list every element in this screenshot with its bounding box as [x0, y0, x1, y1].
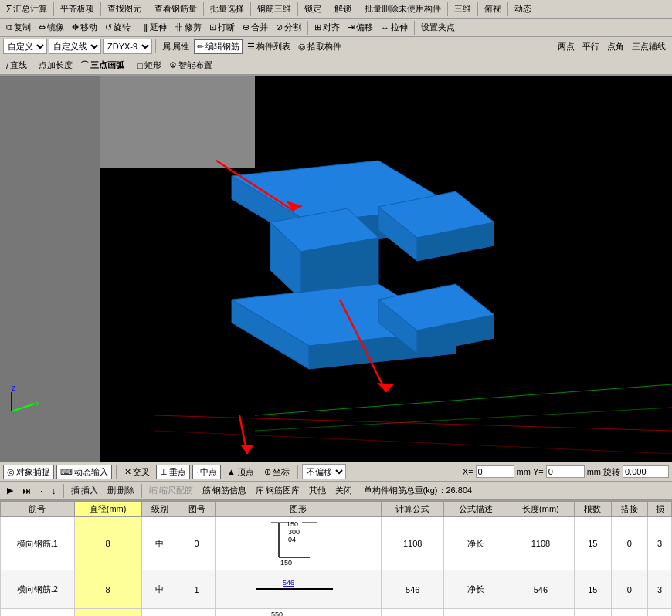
cell-grade: 中 — [141, 517, 178, 570]
btn-dynamic-input[interactable]: ⌨ 动态输入 — [56, 465, 112, 479]
btn-three-point[interactable]: 三点辅线 — [629, 39, 669, 54]
btn-rebar-library[interactable]: 库 钢筋图库 — [252, 483, 304, 498]
table-row[interactable]: 横向钢筋.1 8 中 0 150 — [1, 517, 672, 570]
btn-object-snap[interactable]: ◎ 对象捕捉 — [3, 465, 54, 479]
y-coord-input[interactable] — [546, 465, 585, 478]
table-header-row: 筋号 直径(mm) 级别 图号 图形 计算公式 公式描述 长度(mm) 根数 搭… — [1, 502, 672, 517]
btn-smart-place[interactable]: ⚙ 智能布置 — [166, 58, 216, 73]
btn-lock[interactable]: 锁定 — [301, 2, 324, 16]
table-row[interactable]: 横向钢筋.3 8 中 0 550 00 46 — [1, 609, 672, 617]
rotate-input[interactable] — [623, 465, 669, 478]
btn-delete[interactable]: 删 删除 — [104, 483, 138, 498]
btn-next[interactable]: ⏭ — [19, 485, 35, 497]
btn-rotate[interactable]: ↺ 旋转 — [102, 20, 134, 35]
btn-three-arc[interactable]: ⌒ 三点画弧 — [77, 58, 127, 73]
btn-move[interactable]: ✥ 移动 — [69, 20, 100, 35]
separator — [63, 484, 64, 498]
btn-break[interactable]: ⊡ 打断 — [206, 20, 238, 35]
btn-top-view[interactable]: 俯视 — [481, 2, 504, 16]
btn-view-rebar[interactable]: 查看钢筋量 — [151, 2, 200, 16]
cell-shape-num: 0 — [178, 517, 216, 570]
btn-set-grip[interactable]: 设置夹点 — [418, 20, 458, 35]
3d-viewport[interactable]: X Z — [0, 76, 672, 462]
btn-component-list[interactable]: ☰ 构件列表 — [244, 39, 294, 54]
btn-summary[interactable]: Σ汇总计算 — [3, 2, 50, 16]
btn-point-length[interactable]: · 点加长度 — [32, 58, 76, 73]
btn-edit-rebar[interactable]: ✏ 编辑钢筋 — [194, 39, 243, 54]
cell-count: 15 — [574, 517, 611, 570]
btn-parallel[interactable]: 平行 — [579, 39, 602, 54]
svg-text:Z: Z — [12, 384, 16, 392]
btn-offset[interactable]: ⇥ 偏移 — [344, 20, 376, 35]
btn-align[interactable]: ⊞ 对齐 — [311, 20, 343, 35]
btn-extend[interactable]: ‖ 延伸 — [141, 20, 170, 35]
btn-split[interactable]: ⊘ 分割 — [273, 20, 304, 35]
btn-vertex[interactable]: ▲ 顶点 — [223, 465, 258, 479]
btn-level-board[interactable]: 平齐板项 — [57, 2, 97, 16]
btn-merge[interactable]: ⊕ 合并 — [239, 20, 271, 35]
btn-line[interactable]: / 直线 — [3, 58, 30, 73]
btn-down[interactable]: ↓ — [48, 485, 60, 497]
btn-batch-delete[interactable]: 批量删除未使用构件 — [361, 2, 444, 16]
cell-loss: 3 — [648, 570, 672, 609]
btn-find-element[interactable]: 查找图元 — [104, 2, 144, 16]
separator — [137, 21, 137, 35]
cell-desc: 净长 — [444, 609, 507, 617]
cell-shape: 546 — [215, 570, 381, 609]
btn-two-point[interactable]: 两点 — [555, 39, 578, 54]
table-row[interactable]: 横向钢筋.2 8 中 1 546 546 净长 546 15 0 3 — [1, 570, 672, 609]
btn-rebar-3d[interactable]: 钢筋三维 — [254, 2, 294, 16]
cell-overlap: 0 — [611, 570, 648, 609]
col-shape: 图形 — [215, 502, 381, 517]
btn-play[interactable]: ▶ — [3, 484, 17, 497]
btn-mirror[interactable]: ⇔ 镜像 — [36, 20, 67, 35]
cell-overlap: 0 — [611, 517, 648, 570]
cell-grade: 中 — [141, 570, 178, 609]
select-offset[interactable]: 不偏移 — [302, 464, 346, 479]
btn-rect[interactable]: □ 矩形 — [134, 58, 165, 73]
coord-section: X= mm Y= mm 旋转 — [463, 465, 669, 478]
btn-rebar-info[interactable]: 筋 钢筋信息 — [199, 483, 250, 498]
btn-stretch[interactable]: ↔ 拉伸 — [378, 20, 411, 35]
status-toolbar: ◎ 对象捕捉 ⌨ 动态输入 ✕ 交叉 ⊥ 垂点 · 中点 ▲ 顶点 ⊕ 坐标 不… — [0, 462, 672, 482]
btn-3d[interactable]: 三维 — [451, 2, 474, 16]
btn-properties[interactable]: 属 属性 — [159, 39, 192, 54]
btn-dot[interactable]: · — [36, 485, 46, 497]
btn-close[interactable]: 关闭 — [331, 483, 356, 498]
btn-copy[interactable]: ⧉ 复制 — [3, 20, 34, 35]
action-toolbar: ▶ ⏭ · ↓ 插 插入 删 删除 缩 缩尺配筋 筋 钢筋信息 库 钢筋图库 其… — [0, 482, 672, 500]
btn-insert[interactable]: 插 插入 — [67, 483, 102, 498]
select-zdyx[interactable]: ZDYX-9 — [103, 39, 152, 54]
btn-scale-rebar[interactable]: 缩 缩尺配筋 — [145, 483, 197, 498]
x-coord-input[interactable] — [476, 465, 514, 478]
separator — [148, 2, 148, 16]
btn-midpoint[interactable]: · 中点 — [192, 465, 221, 479]
separator — [477, 2, 478, 16]
select-custom-line[interactable]: 自定义线 — [49, 39, 101, 54]
separator — [414, 21, 415, 35]
btn-pick-component[interactable]: ◎ 拾取构件 — [295, 39, 344, 54]
svg-text:300: 300 — [288, 528, 300, 536]
btn-batch-select[interactable]: 批量选择 — [207, 2, 247, 16]
separator — [447, 2, 448, 16]
btn-dynamic[interactable]: 动态 — [511, 2, 535, 16]
btn-cross[interactable]: ✕ 交叉 — [120, 465, 154, 479]
col-formula: 计算公式 — [382, 502, 444, 517]
svg-text:550: 550 — [271, 611, 283, 616]
col-shape-num: 图号 — [178, 502, 216, 517]
btn-point-angle[interactable]: 点角 — [604, 39, 627, 54]
input-icon: ⌨ — [60, 467, 73, 477]
separator — [203, 2, 204, 16]
btn-others[interactable]: 其他 — [305, 483, 330, 498]
separator — [100, 2, 101, 16]
cell-length: 1096 — [507, 609, 574, 617]
svg-text:150: 150 — [280, 559, 292, 567]
shape-drawing-3: 550 00 46 — [248, 611, 348, 616]
btn-perp[interactable]: ⊥ 垂点 — [156, 465, 190, 479]
btn-trim[interactable]: 非 修剪 — [171, 20, 205, 35]
btn-coord[interactable]: ⊕ 坐标 — [260, 465, 294, 479]
select-custom[interactable]: 自定义 — [3, 39, 47, 54]
shape-drawing-1: 150 300 04 150 — [248, 519, 348, 567]
btn-unlock[interactable]: 解锁 — [331, 2, 355, 16]
cell-loss: 3 — [648, 609, 672, 617]
